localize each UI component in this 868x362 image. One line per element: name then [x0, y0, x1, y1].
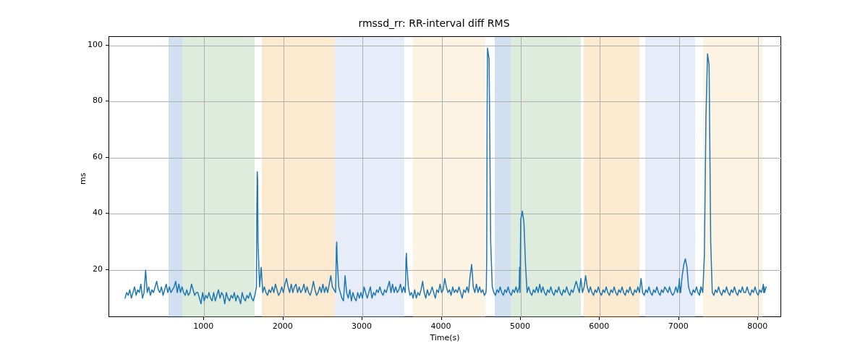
x-axis-label: Time(s) — [109, 333, 781, 342]
chart-title: rmssd_rr: RR-interval diff RMS — [0, 17, 868, 29]
y-tick-label: 60 — [81, 153, 103, 161]
x-tick-label: 4000 — [423, 321, 459, 331]
plot-area — [109, 37, 782, 318]
x-tick — [283, 317, 284, 320]
x-tick-label: 7000 — [660, 321, 697, 331]
x-tick — [203, 317, 204, 320]
y-tick-label: 80 — [81, 96, 103, 105]
x-tick-label: 8000 — [739, 321, 775, 331]
x-tick — [757, 317, 758, 320]
x-tick — [599, 317, 600, 320]
y-tick-label: 40 — [81, 209, 103, 217]
x-tick — [678, 317, 679, 320]
axes-frame — [109, 36, 781, 317]
x-tick-label: 2000 — [265, 321, 301, 331]
x-tick — [362, 317, 362, 320]
y-tick — [106, 213, 109, 214]
x-tick-label: 6000 — [581, 321, 617, 331]
figure: rmssd_rr: RR-interval diff RMS 100020003… — [0, 0, 868, 362]
x-tick-label: 3000 — [344, 321, 380, 331]
y-tick — [106, 101, 109, 101]
x-tick — [520, 317, 521, 320]
line-series — [109, 37, 782, 318]
y-tick — [106, 157, 109, 158]
y-tick-label: 20 — [81, 265, 103, 274]
y-tick-label: 100 — [81, 41, 103, 49]
x-tick-label: 5000 — [502, 321, 538, 331]
x-tick — [441, 317, 442, 320]
y-tick — [106, 45, 109, 46]
x-tick-label: 1000 — [185, 321, 221, 331]
y-axis-label: ms — [78, 173, 88, 185]
y-tick — [106, 269, 109, 270]
